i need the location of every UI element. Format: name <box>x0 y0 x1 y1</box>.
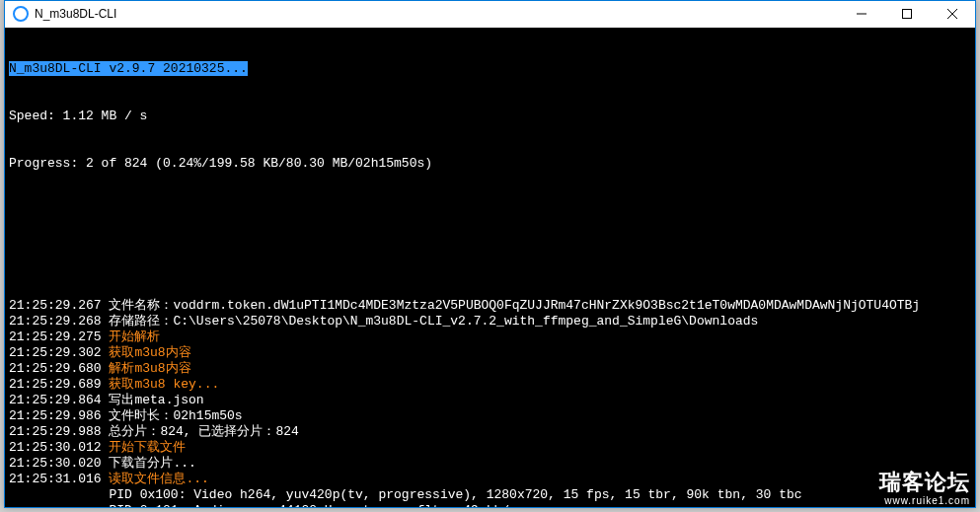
log-line: 21:25:30.020 下载首分片... <box>5 456 975 472</box>
log-line: 21:25:29.689 获取m3u8 key... <box>5 377 975 393</box>
minimize-button[interactable] <box>839 1 884 28</box>
log-line: 21:25:29.986 文件时长：02h15m50s <box>5 408 975 424</box>
console-output[interactable]: N_m3u8DL-CLI v2.9.7 20210325... Speed: 1… <box>5 28 975 507</box>
progress-line: Progress: 2 of 824 (0.24%/199.58 KB/80.3… <box>5 156 975 172</box>
log-line: PID 0x100: Video h264, yuv420p(tv, progr… <box>5 487 975 503</box>
window-title: N_m3u8DL-CLI <box>35 7 839 21</box>
app-window: N_m3u8DL-CLI N_m3u8DL-CLI v2.9.7 2021032… <box>4 0 976 508</box>
log-line: 21:25:29.680 解析m3u8内容 <box>5 361 975 377</box>
log-line: 21:25:29.302 获取m3u8内容 <box>5 345 975 361</box>
log-line: PID 0x101: Audio aac, 44100 Hz, stereo, … <box>5 503 975 507</box>
svg-rect-1 <box>903 10 912 19</box>
log-line: 21:25:29.268 存储路径：C:\Users\25078\Desktop… <box>5 314 975 329</box>
log-line: 21:25:29.988 总分片：824, 已选择分片：824 <box>5 424 975 440</box>
titlebar[interactable]: N_m3u8DL-CLI <box>5 1 975 28</box>
blank-line <box>5 203 975 219</box>
window-controls <box>839 1 975 28</box>
log-line: 21:25:29.864 写出meta.json <box>5 393 975 408</box>
speed-line: Speed: 1.12 MB / s <box>5 109 975 124</box>
close-button[interactable] <box>930 1 975 28</box>
app-icon <box>13 6 29 22</box>
log-line: 21:25:29.275 开始解析 <box>5 329 975 345</box>
console-header: N_m3u8DL-CLI v2.9.7 20210325... <box>9 61 248 76</box>
log-line: 21:25:29.267 文件名称：voddrm.token.dW1uPTI1M… <box>5 298 975 314</box>
log-line: 21:25:30.012 开始下载文件 <box>5 440 975 456</box>
log-line: 21:25:31.016 读取文件信息... <box>5 472 975 487</box>
maximize-button[interactable] <box>884 1 930 28</box>
blank-line <box>5 251 975 266</box>
